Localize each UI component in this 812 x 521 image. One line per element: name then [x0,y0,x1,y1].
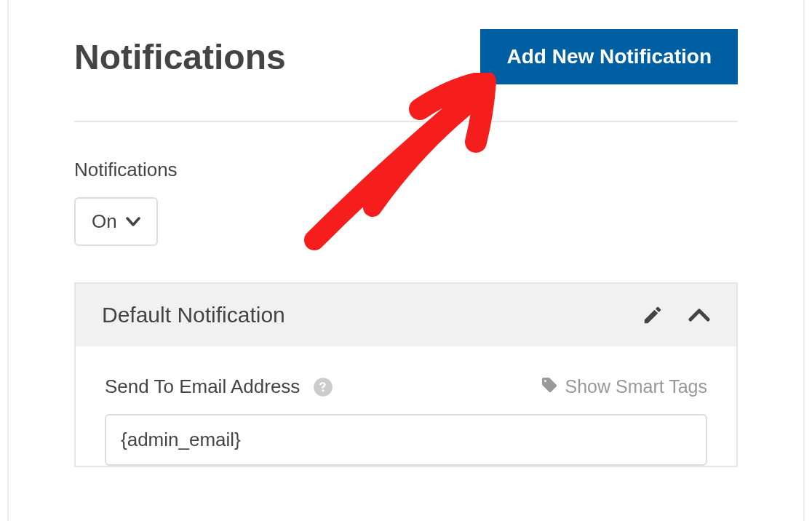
header-row: Notifications Add New Notification [74,29,738,122]
send-to-email-label: Send To Email Address [105,375,300,398]
notifications-toggle-value: On [92,210,117,233]
field-row: Send To Email Address Show Smart Tags [105,375,707,398]
notification-panel: Default Notification Send To Email Addre… [74,282,738,467]
add-new-notification-button[interactable]: Add New Notification [480,29,738,84]
show-smart-tags-link[interactable]: Show Smart Tags [541,376,707,398]
chevron-up-icon[interactable] [688,308,710,322]
chevron-down-icon [126,217,140,227]
send-to-email-input[interactable] [105,414,707,466]
notifications-toggle-select[interactable]: On [74,197,158,246]
panel-header: Default Notification [76,284,736,346]
show-smart-tags-label: Show Smart Tags [565,376,707,397]
panel-title: Default Notification [102,303,642,327]
panel-body: Send To Email Address Show Smart Tags [76,346,736,466]
notifications-toggle-label: Notifications [74,159,738,181]
help-icon[interactable] [313,377,333,397]
panel-actions [642,304,710,326]
edit-icon[interactable] [642,304,664,326]
page-title: Notifications [74,37,286,77]
tag-icon [541,376,558,398]
